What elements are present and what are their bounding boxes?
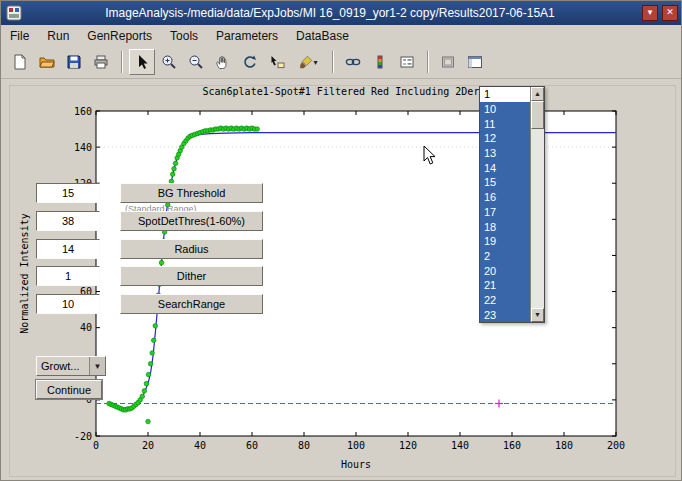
dropdown-item[interactable]: 12 — [480, 131, 530, 146]
spotdetthres-label[interactable]: SpotDetThres(1-60%) — [120, 211, 263, 231]
rotate-3d-button[interactable] — [237, 49, 263, 75]
zoom-in-button[interactable] — [156, 49, 182, 75]
menu-parameters[interactable]: Parameters — [207, 27, 287, 45]
y-tick-label: -20 — [74, 431, 92, 442]
x-tick-label: 20 — [142, 440, 154, 451]
printer-icon — [93, 54, 109, 70]
spot-number-dropdown[interactable]: 110111213141516171819220212223 ▲ ▼ — [479, 86, 545, 323]
pan-hand-icon — [215, 54, 231, 70]
dropdown-item[interactable]: 16 — [480, 190, 530, 205]
link-plots-button[interactable] — [340, 49, 366, 75]
radius-label[interactable]: Radius — [120, 239, 263, 259]
print-figure-button[interactable] — [88, 49, 114, 75]
x-tick-label: 40 — [194, 440, 206, 451]
data-cursor-icon — [269, 54, 285, 70]
x-tick-label: 100 — [347, 440, 365, 451]
y-tick-label: 140 — [74, 142, 92, 153]
growth-mode-dropdown[interactable]: Growt... ▼ — [36, 356, 106, 376]
hide-plot-tools-button[interactable] — [435, 49, 461, 75]
dropdown-item[interactable]: 11 — [480, 116, 530, 131]
bg-threshold-label[interactable]: BG Threshold — [120, 183, 263, 203]
dropdown-item[interactable]: 1 — [480, 87, 530, 102]
dither-label[interactable]: Dither — [120, 266, 263, 286]
menu-tools[interactable]: Tools — [161, 27, 207, 45]
x-axis-label: Hours — [341, 459, 371, 470]
new-figure-icon — [12, 54, 28, 70]
window-icon — [6, 5, 22, 21]
hide-plot-tools-icon — [440, 54, 456, 70]
combo-arrow-icon: ▼ — [89, 357, 105, 375]
insert-colorbar-button[interactable] — [367, 49, 393, 75]
dropdown-item-list: 110111213141516171819220212223 — [480, 87, 530, 322]
y-tick-label: 160 — [74, 106, 92, 117]
scroll-up-icon[interactable]: ▲ — [531, 87, 544, 101]
save-figure-button[interactable] — [61, 49, 87, 75]
menu-file[interactable]: File — [1, 27, 38, 45]
dropdown-item[interactable]: 19 — [480, 234, 530, 249]
dropdown-item[interactable]: 21 — [480, 278, 530, 293]
brush-icon — [298, 54, 314, 70]
scrollbar-thumb[interactable] — [531, 101, 544, 129]
x-tick-label: 0 — [93, 440, 99, 451]
dropdown-item[interactable]: 13 — [480, 146, 530, 161]
zoom-in-icon — [161, 54, 177, 70]
dropdown-item[interactable]: 20 — [480, 263, 530, 278]
x-tick-label: 60 — [246, 440, 258, 451]
rotate-3d-icon — [242, 54, 258, 70]
figure-area: 020406080100120140160180200-200204060801… — [1, 79, 682, 481]
zoom-out-button[interactable] — [183, 49, 209, 75]
dropdown-item[interactable]: 22 — [480, 293, 530, 308]
data-cursor-button[interactable] — [264, 49, 290, 75]
toolbar-separator — [332, 51, 334, 73]
toolbar-separator — [121, 51, 123, 73]
y-tick-label: 40 — [80, 322, 92, 333]
pointer-button[interactable] — [129, 49, 155, 75]
radius-input[interactable] — [36, 239, 100, 259]
dropdown-item[interactable]: 17 — [480, 205, 530, 220]
brush-button[interactable]: ▾ — [291, 49, 325, 75]
show-plot-tools-button[interactable] — [462, 49, 488, 75]
dropdown-item[interactable]: 2 — [480, 249, 530, 264]
link-plots-icon — [345, 54, 361, 70]
menu-genreports[interactable]: GenReports — [78, 27, 161, 45]
x-tick-label: 160 — [503, 440, 521, 451]
scroll-down-icon[interactable]: ▼ — [531, 308, 544, 322]
searchrange-input[interactable] — [36, 294, 100, 314]
zoom-out-icon — [188, 54, 204, 70]
new-figure-button[interactable] — [7, 49, 33, 75]
dropdown-item[interactable]: 15 — [480, 175, 530, 190]
insert-legend-button[interactable] — [394, 49, 420, 75]
show-plot-tools-icon — [467, 54, 483, 70]
brush-dropdown-caret: ▾ — [313, 58, 317, 67]
growth-mode-value: Growt... — [37, 360, 89, 372]
open-file-button[interactable] — [34, 49, 60, 75]
insert-legend-icon — [399, 54, 415, 70]
window-title: ImageAnalysis-/media/data/ExpJobs/MI 16_… — [22, 6, 638, 20]
x-tick-label: 140 — [451, 440, 469, 451]
searchrange-label[interactable]: SearchRange — [120, 294, 263, 314]
menu-bar: File Run GenReports Tools Parameters Dat… — [1, 25, 682, 47]
y-axis-label: Normalized Intensity — [19, 213, 30, 333]
x-tick-label: 80 — [298, 440, 310, 451]
continue-button[interactable]: Continue — [36, 380, 102, 399]
dropdown-scrollbar[interactable]: ▲ ▼ — [530, 87, 544, 322]
growth-plot: 020406080100120140160180200-200204060801… — [16, 83, 641, 474]
menu-run[interactable]: Run — [38, 27, 78, 45]
bg-threshold-input[interactable] — [36, 183, 100, 203]
toolbar: ▾ — [1, 46, 682, 79]
close-button[interactable]: ✕ — [662, 5, 678, 21]
x-tick-label: 120 — [399, 440, 417, 451]
dither-input[interactable] — [36, 266, 100, 286]
pointer-arrow-icon — [134, 54, 150, 70]
menu-database[interactable]: DataBase — [287, 27, 358, 45]
insert-colorbar-icon — [372, 54, 388, 70]
dropdown-item[interactable]: 18 — [480, 219, 530, 234]
spotdetthres-input[interactable] — [36, 211, 100, 231]
toolbar-separator — [427, 51, 429, 73]
dropdown-item[interactable]: 10 — [480, 102, 530, 117]
dropdown-item[interactable]: 23 — [480, 307, 530, 322]
minimize-button[interactable]: ▾ — [642, 5, 658, 21]
scrollbar-track[interactable] — [531, 101, 544, 308]
pan-button[interactable] — [210, 49, 236, 75]
dropdown-item[interactable]: 14 — [480, 160, 530, 175]
